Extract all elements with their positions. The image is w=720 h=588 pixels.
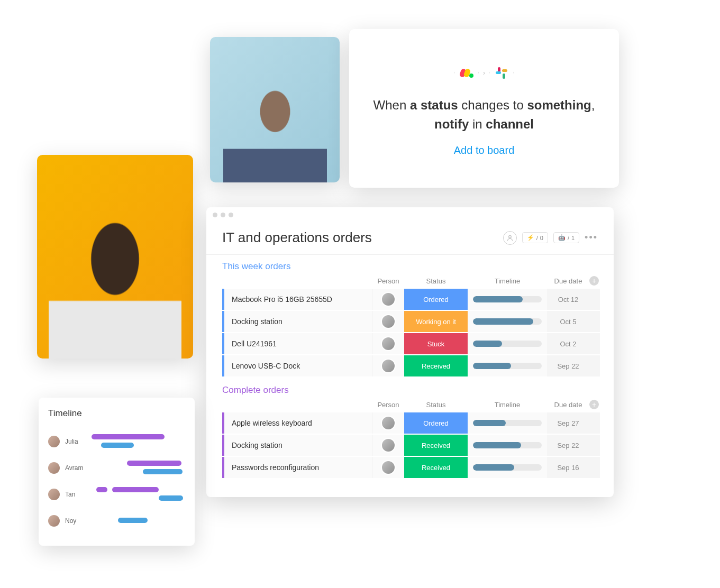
avatar [48, 515, 60, 527]
item-name-cell[interactable]: Apple wireless keyboard [224, 412, 372, 434]
item-name-cell[interactable]: Passwords reconfiguration [224, 457, 372, 478]
timeline-cell[interactable] [468, 333, 547, 354]
item-name-cell[interactable]: Docking station [224, 435, 372, 456]
extra-cell [589, 311, 600, 332]
add-column-button[interactable]: + [589, 276, 599, 286]
timeline-row-name: Avram [65, 464, 86, 472]
status-cell[interactable]: Received [404, 435, 468, 456]
person-cell[interactable] [372, 412, 404, 434]
avatar [48, 489, 60, 500]
column-person[interactable]: Person [372, 401, 404, 409]
group-complete: Complete orders Person Status Timeline D… [206, 385, 614, 486]
timeline-bars-track [92, 431, 185, 452]
timeline-bar[interactable] [118, 518, 148, 523]
table-row[interactable]: Macbook Pro i5 16GB 25655D Ordered Oct 1… [222, 289, 598, 310]
board-header: IT and operations orders ⚡/ 0 🤖/ 1 ••• [206, 222, 614, 255]
timeline-cell[interactable] [468, 355, 547, 376]
add-column-button[interactable]: + [589, 400, 599, 409]
automation-card: › When a status changes to something, no… [349, 29, 619, 188]
avatar [381, 314, 396, 329]
slack-icon [489, 61, 514, 85]
status-cell[interactable]: Received [404, 355, 468, 376]
timeline-bars-track [92, 484, 185, 505]
due-date-cell[interactable]: Sep 27 [547, 412, 589, 434]
timeline-bar[interactable] [127, 461, 181, 466]
timeline-bar[interactable] [159, 495, 183, 501]
timeline-cell[interactable] [468, 435, 547, 456]
item-name-cell[interactable]: Docking station [224, 311, 372, 332]
person-cell[interactable] [372, 333, 404, 354]
group-title[interactable]: Complete orders [222, 385, 598, 396]
timeline-row: Avram [48, 455, 185, 481]
status-cell[interactable]: Ordered [404, 289, 468, 310]
timeline-row: Julia [48, 428, 185, 455]
board-window: IT and operations orders ⚡/ 0 🤖/ 1 ••• T… [206, 207, 614, 497]
timeline-widget-title: Timeline [48, 408, 185, 419]
add-to-board-link[interactable]: Add to board [454, 144, 515, 157]
timeline-bar[interactable] [143, 469, 182, 474]
due-date-cell[interactable]: Sep 22 [547, 435, 589, 456]
chevron-right-icon: › [483, 69, 485, 77]
traffic-light-close[interactable] [213, 213, 217, 217]
integrations-pill[interactable]: ⚡/ 0 [522, 232, 548, 243]
table-row[interactable]: Lenovo USB-C Dock Received Sep 22 [222, 355, 598, 376]
due-date-cell[interactable]: Oct 5 [547, 311, 589, 332]
column-due-date[interactable]: Due date [547, 401, 589, 409]
due-date-cell[interactable]: Oct 12 [547, 289, 589, 310]
avatar [381, 460, 396, 475]
due-date-cell[interactable]: Sep 22 [547, 355, 589, 376]
person-cell[interactable] [372, 289, 404, 310]
status-cell[interactable]: Stuck [404, 333, 468, 354]
item-name-cell[interactable]: Macbook Pro i5 16GB 25655D [224, 289, 372, 310]
item-name-cell[interactable]: Dell U241961 [224, 333, 372, 354]
person-cell[interactable] [372, 311, 404, 332]
timeline-bar[interactable] [92, 434, 165, 439]
timeline-cell[interactable] [468, 289, 547, 310]
table-row[interactable]: Docking station Received Sep 22 [222, 435, 598, 456]
column-status[interactable]: Status [404, 401, 468, 409]
timeline-bar[interactable] [112, 487, 159, 492]
column-due-date[interactable]: Due date [547, 277, 589, 285]
avatar [381, 359, 396, 373]
item-name-cell[interactable]: Lenovo USB-C Dock [224, 355, 372, 376]
avatar [381, 438, 396, 453]
avatar [381, 416, 396, 430]
timeline-cell[interactable] [468, 311, 547, 332]
timeline-row-name: Tan [65, 491, 86, 498]
extra-cell [589, 355, 600, 376]
timeline-cell[interactable] [468, 457, 547, 478]
traffic-light-minimize[interactable] [221, 213, 225, 217]
person-photo-2 [210, 37, 340, 182]
timeline-cell[interactable] [468, 412, 547, 434]
traffic-light-maximize[interactable] [229, 213, 233, 217]
extra-cell [589, 435, 600, 456]
automations-pill[interactable]: 🤖/ 1 [553, 232, 579, 243]
person-cell[interactable] [372, 435, 404, 456]
plug-icon: ⚡ [527, 234, 534, 241]
board-menu-icon[interactable]: ••• [585, 232, 598, 243]
timeline-row-name: Julia [65, 438, 86, 445]
extra-cell [589, 457, 600, 478]
table-row[interactable]: Dell U241961 Stuck Oct 2 [222, 333, 598, 354]
due-date-cell[interactable]: Oct 2 [547, 333, 589, 354]
integration-icons: › [454, 61, 514, 85]
status-cell[interactable]: Ordered [404, 412, 468, 434]
column-timeline[interactable]: Timeline [468, 277, 547, 285]
person-cell[interactable] [372, 355, 404, 376]
table-row[interactable]: Docking station Working on it Oct 5 [222, 311, 598, 332]
column-status[interactable]: Status [404, 277, 468, 285]
person-icon[interactable] [503, 231, 517, 245]
column-person[interactable]: Person [372, 277, 404, 285]
svg-point-0 [508, 235, 511, 238]
due-date-cell[interactable]: Sep 16 [547, 457, 589, 478]
status-cell[interactable]: Working on it [404, 311, 468, 332]
timeline-bar[interactable] [101, 443, 134, 448]
extra-cell [589, 412, 600, 434]
group-title[interactable]: This week orders [222, 261, 598, 272]
table-row[interactable]: Passwords reconfiguration Received Sep 1… [222, 457, 598, 478]
person-cell[interactable] [372, 457, 404, 478]
status-cell[interactable]: Received [404, 457, 468, 478]
timeline-bar[interactable] [96, 487, 107, 492]
column-timeline[interactable]: Timeline [468, 401, 547, 409]
table-row[interactable]: Apple wireless keyboard Ordered Sep 27 [222, 412, 598, 434]
